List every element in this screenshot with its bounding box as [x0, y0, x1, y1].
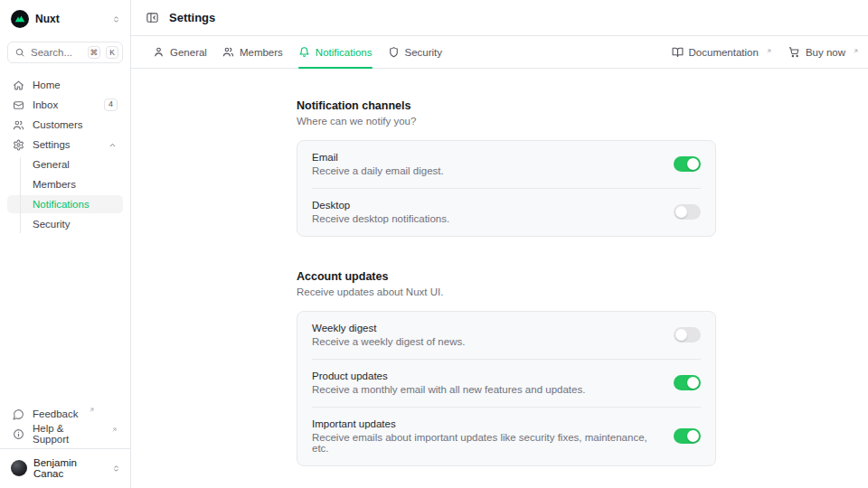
page-header: Settings [131, 0, 868, 36]
search-input[interactable]: Search... ⌘ K [7, 42, 123, 63]
search-icon [14, 47, 25, 58]
kbd-cmd: ⌘ [88, 46, 101, 59]
settings-content: Notification channels Where can we notif… [297, 69, 716, 466]
external-link-icon [766, 48, 772, 54]
chat-bubble-icon [13, 408, 24, 420]
tab-label: Notifications [316, 47, 373, 58]
nuxt-logo-icon [11, 10, 29, 28]
info-circle-icon [13, 428, 24, 440]
collapse-sidebar-button[interactable] [146, 11, 159, 24]
chevrons-up-down-icon [111, 14, 121, 24]
sidebar-item-home[interactable]: Home [7, 76, 123, 94]
product-updates-toggle[interactable] [674, 375, 701, 390]
buy-now-link[interactable]: Buy now [788, 46, 859, 58]
chevron-up-icon [108, 140, 118, 150]
user-menu[interactable]: Benjamin Canac [7, 455, 123, 481]
workspace-selector[interactable]: Nuxt [7, 8, 123, 30]
bell-icon [298, 46, 310, 58]
setting-label: Weekly digest [312, 323, 465, 333]
sub-item-label: General [33, 159, 70, 170]
kbd-k: K [106, 46, 118, 59]
weekly-digest-toggle[interactable] [674, 327, 701, 343]
notification-channels-section: Notification channels Where can we notif… [297, 99, 716, 237]
tabs: General Members Notifications [153, 36, 442, 68]
tab-label: General [170, 47, 207, 58]
setting-description: Receive a monthly email with all new fea… [312, 384, 585, 395]
feedback-link[interactable]: Feedback [7, 405, 123, 423]
inbox-count-badge: 4 [104, 99, 118, 111]
sidebar-item-general[interactable]: General [7, 155, 123, 174]
user-icon [153, 46, 165, 58]
sidebar-item-notifications[interactable]: Notifications [7, 195, 123, 213]
sub-item-label: Members [33, 179, 76, 190]
action-label: Buy now [806, 47, 845, 58]
setting-row-email: Email Receive a daily email digest. [312, 141, 701, 188]
tab-bar: General Members Notifications [131, 36, 868, 69]
tab-label: Members [240, 47, 283, 58]
sidebar-item-security[interactable]: Security [7, 215, 123, 233]
main-panel: Settings General Members [131, 0, 868, 488]
search-placeholder: Search... [31, 47, 82, 58]
sidebar-item-label: Help & Support [33, 423, 101, 445]
sidebar-item-label: Settings [33, 139, 71, 150]
documentation-link[interactable]: Documentation [672, 46, 772, 58]
divider [0, 448, 130, 449]
gear-icon [13, 139, 24, 151]
setting-text: Important updates Receive emails about i… [312, 418, 663, 454]
external-link-icon [111, 427, 118, 433]
setting-row-important-updates: Important updates Receive emails about i… [312, 407, 701, 465]
important-updates-toggle[interactable] [674, 428, 701, 444]
setting-label: Product updates [312, 371, 585, 381]
user-name: Benjamin Canac [33, 457, 105, 479]
sidebar-nav: Home Inbox 4 Customers Settings [7, 76, 123, 237]
settings-submenu: General Members Notifications Security [7, 155, 123, 235]
setting-text: Email Receive a daily email digest. [312, 152, 444, 176]
setting-text: Weekly digest Receive a weekly digest of… [312, 323, 465, 347]
setting-description: Receive desktop notifications. [312, 213, 449, 224]
setting-row-weekly-digest: Weekly digest Receive a weekly digest of… [312, 312, 701, 359]
external-link-icon [89, 407, 95, 413]
external-link-icon [853, 48, 859, 54]
app-window: Nuxt Search... ⌘ K Home [0, 0, 868, 488]
tab-general[interactable]: General [153, 36, 207, 68]
chevrons-up-down-icon [111, 464, 121, 474]
settings-card: Email Receive a daily email digest. Desk… [297, 140, 716, 237]
sidebar-item-inbox[interactable]: Inbox 4 [7, 96, 123, 114]
setting-text: Product updates Receive a monthly email … [312, 371, 585, 395]
users-icon [13, 119, 24, 131]
sidebar: Nuxt Search... ⌘ K Home [0, 0, 131, 488]
desktop-toggle[interactable] [674, 204, 701, 220]
section-title: Account updates [297, 270, 716, 283]
sidebar-item-label: Home [33, 80, 61, 90]
tab-security[interactable]: Security [388, 36, 443, 68]
section-description: Where can we notify you? [297, 116, 716, 127]
sidebar-item-customers[interactable]: Customers [7, 116, 123, 134]
setting-description: Receive a daily email digest. [312, 165, 444, 176]
sidebar-item-label: Customers [33, 119, 83, 130]
setting-row-desktop: Desktop Receive desktop notifications. [312, 188, 701, 236]
section-title: Notification channels [297, 99, 716, 112]
page-title: Settings [169, 11, 215, 24]
users-icon [222, 46, 234, 58]
sidebar-item-label: Feedback [33, 408, 79, 419]
sidebar-item-members[interactable]: Members [7, 175, 123, 193]
settings-card: Weekly digest Receive a weekly digest of… [297, 311, 716, 466]
tab-members[interactable]: Members [222, 36, 283, 68]
setting-text: Desktop Receive desktop notifications. [312, 200, 449, 224]
home-icon [13, 80, 24, 91]
section-description: Receive updates about Nuxt UI. [297, 286, 716, 297]
sidebar-item-settings[interactable]: Settings [7, 136, 123, 154]
workspace-name: Nuxt [35, 13, 60, 25]
shield-icon [388, 46, 400, 58]
book-open-icon [672, 46, 684, 58]
header-actions: Documentation Buy now [672, 46, 859, 58]
account-updates-section: Account updates Receive updates about Nu… [297, 270, 716, 466]
setting-description: Receive a weekly digest of news. [312, 336, 465, 347]
tab-label: Security [405, 47, 443, 58]
tab-notifications[interactable]: Notifications [298, 36, 373, 68]
shopping-cart-icon [788, 46, 800, 58]
inbox-icon [13, 99, 24, 111]
email-toggle[interactable] [674, 156, 701, 172]
help-support-link[interactable]: Help & Support [7, 425, 123, 443]
setting-description: Receive emails about important updates l… [312, 432, 663, 454]
